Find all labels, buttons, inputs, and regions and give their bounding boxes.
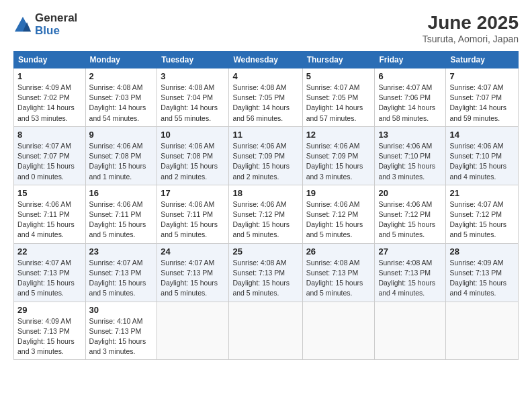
day-cell: 9 Sunrise: 4:06 AMSunset: 7:08 PMDayligh… <box>85 126 157 185</box>
day-info: Sunrise: 4:06 AMSunset: 7:08 PMDaylight:… <box>161 142 218 181</box>
day-cell: 28 Sunrise: 4:09 AMSunset: 7:13 PMDaylig… <box>446 243 519 302</box>
day-cell: 11 Sunrise: 4:06 AMSunset: 7:09 PMDaylig… <box>229 126 302 185</box>
day-number: 17 <box>161 188 225 198</box>
day-number: 24 <box>161 246 225 257</box>
day-number: 2 <box>89 71 154 81</box>
col-wednesday: Wednesday <box>229 52 302 68</box>
day-number: 4 <box>232 71 298 81</box>
day-info: Sunrise: 4:06 AMSunset: 7:12 PMDaylight:… <box>378 200 435 239</box>
day-number: 30 <box>89 305 154 315</box>
day-info: Sunrise: 4:09 AMSunset: 7:13 PMDaylight:… <box>17 317 75 356</box>
day-info: Sunrise: 4:06 AMSunset: 7:10 PMDaylight:… <box>449 142 506 181</box>
day-cell: 6 Sunrise: 4:07 AMSunset: 7:06 PMDayligh… <box>375 68 446 127</box>
day-number: 28 <box>449 246 515 257</box>
logo-icon <box>13 15 32 34</box>
day-number: 29 <box>17 305 82 315</box>
day-info: Sunrise: 4:06 AMSunset: 7:08 PMDaylight:… <box>89 142 146 181</box>
day-cell: 29 Sunrise: 4:09 AMSunset: 7:13 PMDaylig… <box>14 302 86 360</box>
day-info: Sunrise: 4:07 AMSunset: 7:13 PMDaylight:… <box>161 259 218 298</box>
day-cell: 17 Sunrise: 4:06 AMSunset: 7:11 PMDaylig… <box>157 185 229 243</box>
day-info: Sunrise: 4:07 AMSunset: 7:06 PMDaylight:… <box>378 83 435 122</box>
day-cell: 30 Sunrise: 4:10 AMSunset: 7:13 PMDaylig… <box>85 302 157 360</box>
col-tuesday: Tuesday <box>157 52 229 68</box>
week-row-4: 22 Sunrise: 4:07 AMSunset: 7:13 PMDaylig… <box>14 243 519 302</box>
day-number: 11 <box>232 130 298 140</box>
day-number: 9 <box>89 130 154 140</box>
day-info: Sunrise: 4:09 AMSunset: 7:13 PMDaylight:… <box>449 259 506 298</box>
day-number: 15 <box>17 188 82 198</box>
day-info: Sunrise: 4:07 AMSunset: 7:05 PMDaylight:… <box>306 83 363 122</box>
day-info: Sunrise: 4:06 AMSunset: 7:11 PMDaylight:… <box>161 200 218 239</box>
day-info: Sunrise: 4:06 AMSunset: 7:12 PMDaylight:… <box>306 200 363 239</box>
day-info: Sunrise: 4:06 AMSunset: 7:12 PMDaylight:… <box>232 200 290 239</box>
day-cell: 15 Sunrise: 4:06 AMSunset: 7:11 PMDaylig… <box>14 185 86 243</box>
col-sunday: Sunday <box>14 52 86 68</box>
day-info: Sunrise: 4:08 AMSunset: 7:05 PMDaylight:… <box>232 83 290 122</box>
day-cell: 2 Sunrise: 4:08 AMSunset: 7:03 PMDayligh… <box>85 68 157 127</box>
week-row-3: 15 Sunrise: 4:06 AMSunset: 7:11 PMDaylig… <box>14 185 519 243</box>
day-info: Sunrise: 4:08 AMSunset: 7:13 PMDaylight:… <box>378 259 435 298</box>
day-info: Sunrise: 4:06 AMSunset: 7:09 PMDaylight:… <box>306 142 363 181</box>
day-cell: 8 Sunrise: 4:07 AMSunset: 7:07 PMDayligh… <box>14 126 86 185</box>
day-cell: 4 Sunrise: 4:08 AMSunset: 7:05 PMDayligh… <box>229 68 302 127</box>
logo: General Blue <box>13 12 77 37</box>
day-info: Sunrise: 4:09 AMSunset: 7:02 PMDaylight:… <box>17 83 75 122</box>
day-cell: 7 Sunrise: 4:07 AMSunset: 7:07 PMDayligh… <box>446 68 519 127</box>
day-cell <box>229 302 302 360</box>
day-cell <box>157 302 229 360</box>
day-cell: 16 Sunrise: 4:06 AMSunset: 7:11 PMDaylig… <box>85 185 157 243</box>
day-info: Sunrise: 4:07 AMSunset: 7:07 PMDaylight:… <box>449 83 506 122</box>
day-cell: 21 Sunrise: 4:07 AMSunset: 7:12 PMDaylig… <box>446 185 519 243</box>
day-cell: 1 Sunrise: 4:09 AMSunset: 7:02 PMDayligh… <box>14 68 86 127</box>
day-cell: 18 Sunrise: 4:06 AMSunset: 7:12 PMDaylig… <box>229 185 302 243</box>
day-info: Sunrise: 4:06 AMSunset: 7:10 PMDaylight:… <box>378 142 435 181</box>
day-cell: 20 Sunrise: 4:06 AMSunset: 7:12 PMDaylig… <box>375 185 446 243</box>
day-number: 27 <box>378 246 442 257</box>
week-row-2: 8 Sunrise: 4:07 AMSunset: 7:07 PMDayligh… <box>14 126 519 185</box>
day-number: 5 <box>306 71 371 81</box>
day-number: 22 <box>17 246 82 257</box>
day-number: 1 <box>17 71 82 81</box>
day-cell: 26 Sunrise: 4:08 AMSunset: 7:13 PMDaylig… <box>302 243 375 302</box>
day-info: Sunrise: 4:07 AMSunset: 7:13 PMDaylight:… <box>89 259 146 298</box>
col-thursday: Thursday <box>302 52 375 68</box>
day-number: 20 <box>378 188 442 198</box>
day-number: 7 <box>449 71 515 81</box>
day-cell: 12 Sunrise: 4:06 AMSunset: 7:09 PMDaylig… <box>302 126 375 185</box>
header: General Blue June 2025 Tsuruta, Aomori, … <box>13 12 519 44</box>
day-number: 16 <box>89 188 154 198</box>
location: Tsuruta, Aomori, Japan <box>423 34 519 44</box>
day-cell <box>375 302 446 360</box>
week-row-1: 1 Sunrise: 4:09 AMSunset: 7:02 PMDayligh… <box>14 68 519 127</box>
day-info: Sunrise: 4:08 AMSunset: 7:03 PMDaylight:… <box>89 83 146 122</box>
day-info: Sunrise: 4:10 AMSunset: 7:13 PMDaylight:… <box>89 317 146 356</box>
day-cell: 19 Sunrise: 4:06 AMSunset: 7:12 PMDaylig… <box>302 185 375 243</box>
day-number: 18 <box>232 188 298 198</box>
day-cell: 24 Sunrise: 4:07 AMSunset: 7:13 PMDaylig… <box>157 243 229 302</box>
logo-general: General <box>35 12 77 25</box>
day-cell: 25 Sunrise: 4:08 AMSunset: 7:13 PMDaylig… <box>229 243 302 302</box>
week-row-5: 29 Sunrise: 4:09 AMSunset: 7:13 PMDaylig… <box>14 302 519 360</box>
day-cell <box>302 302 375 360</box>
day-cell <box>446 302 519 360</box>
day-info: Sunrise: 4:08 AMSunset: 7:04 PMDaylight:… <box>161 83 218 122</box>
day-number: 14 <box>449 130 515 140</box>
col-friday: Friday <box>375 52 446 68</box>
day-number: 21 <box>449 188 515 198</box>
day-number: 8 <box>17 130 82 140</box>
day-number: 3 <box>161 71 225 81</box>
page: General Blue June 2025 Tsuruta, Aomori, … <box>0 0 532 411</box>
day-cell: 22 Sunrise: 4:07 AMSunset: 7:13 PMDaylig… <box>14 243 86 302</box>
month-title: June 2025 <box>423 12 519 34</box>
day-cell: 14 Sunrise: 4:06 AMSunset: 7:10 PMDaylig… <box>446 126 519 185</box>
day-cell: 13 Sunrise: 4:06 AMSunset: 7:10 PMDaylig… <box>375 126 446 185</box>
day-number: 10 <box>161 130 225 140</box>
day-info: Sunrise: 4:07 AMSunset: 7:07 PMDaylight:… <box>17 142 75 181</box>
day-cell: 5 Sunrise: 4:07 AMSunset: 7:05 PMDayligh… <box>302 68 375 127</box>
day-info: Sunrise: 4:06 AMSunset: 7:11 PMDaylight:… <box>89 200 146 239</box>
day-info: Sunrise: 4:06 AMSunset: 7:11 PMDaylight:… <box>17 200 75 239</box>
day-info: Sunrise: 4:07 AMSunset: 7:13 PMDaylight:… <box>17 259 75 298</box>
day-cell: 3 Sunrise: 4:08 AMSunset: 7:04 PMDayligh… <box>157 68 229 127</box>
day-cell: 27 Sunrise: 4:08 AMSunset: 7:13 PMDaylig… <box>375 243 446 302</box>
day-info: Sunrise: 4:07 AMSunset: 7:12 PMDaylight:… <box>449 200 506 239</box>
